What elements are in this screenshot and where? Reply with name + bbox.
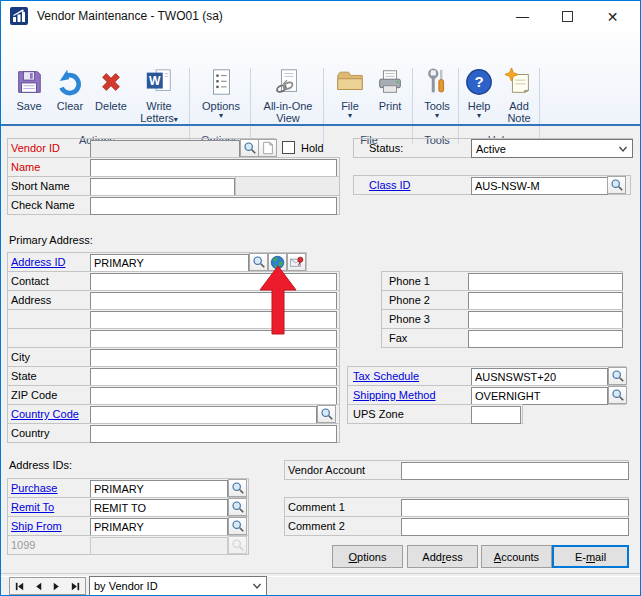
- previous-record-button[interactable]: [29, 578, 48, 594]
- dropdown-caret-icon: ▾: [219, 112, 223, 120]
- phone3-label: Phone 3: [389, 309, 430, 329]
- maximize-button[interactable]: [545, 1, 590, 32]
- last-record-button[interactable]: [66, 578, 85, 594]
- lookup-magnifier-icon: [611, 369, 625, 383]
- purchase-input[interactable]: [90, 480, 228, 498]
- window-title: Vendor Maintenance - TWO01 (sa): [37, 9, 223, 23]
- state-input[interactable]: [90, 368, 337, 386]
- dropdown-caret-icon: ▾: [477, 112, 481, 120]
- status-label: Status:: [369, 138, 403, 158]
- tax-schedule-lookup-button[interactable]: [608, 367, 627, 385]
- address-input-3[interactable]: [90, 330, 337, 348]
- all-in-one-view-button[interactable]: All-in-One View: [253, 67, 323, 124]
- clear-button[interactable]: Clear: [50, 67, 90, 112]
- first-record-button[interactable]: [10, 578, 29, 594]
- minimize-button[interactable]: —: [500, 1, 545, 32]
- ship-from-lookup-button[interactable]: [228, 517, 247, 535]
- class-id-lookup-button[interactable]: [607, 176, 626, 194]
- ribbon-separator: [189, 68, 190, 144]
- comment2-input[interactable]: [401, 518, 629, 536]
- address-id-link[interactable]: Address ID: [11, 252, 65, 272]
- shipping-method-input[interactable]: [471, 387, 608, 405]
- vendor-id-note-button[interactable]: [258, 139, 277, 157]
- record-navigation: [9, 577, 86, 595]
- zip-label: ZIP Code: [11, 385, 57, 405]
- country-code-input[interactable]: [90, 406, 317, 424]
- print-button[interactable]: Print: [370, 67, 410, 112]
- class-id-link[interactable]: Class ID: [369, 175, 411, 195]
- remit-to-input[interactable]: [90, 499, 228, 517]
- file-menu-button[interactable]: File ▾: [328, 67, 372, 120]
- vendor-id-label: Vendor ID: [11, 138, 60, 158]
- lookup-magnifier-icon: [231, 481, 245, 495]
- comment1-input[interactable]: [401, 499, 629, 517]
- fax-label: Fax: [389, 328, 407, 348]
- maximize-icon: [562, 11, 573, 22]
- address-map-button[interactable]: [287, 253, 306, 271]
- address-footer-button[interactable]: Address: [407, 545, 478, 568]
- phone2-input[interactable]: [468, 292, 623, 310]
- email-footer-button[interactable]: E-mail: [552, 545, 629, 568]
- tax-schedule-link[interactable]: Tax Schedule: [353, 366, 419, 386]
- address-input-2[interactable]: [90, 311, 337, 329]
- close-button[interactable]: ✕: [590, 1, 635, 32]
- shipping-method-lookup-button[interactable]: [608, 386, 627, 404]
- lookup-magnifier-icon: [231, 538, 245, 552]
- comment1-label: Comment 1: [288, 497, 345, 517]
- sort-by-dropdown[interactable]: by Vendor ID: [89, 576, 267, 596]
- delete-button[interactable]: Delete: [90, 67, 132, 112]
- help-menu-button[interactable]: ? Help ▾: [461, 67, 497, 120]
- svg-text:W: W: [149, 74, 161, 88]
- title-bar: Vendor Maintenance - TWO01 (sa) — ✕: [1, 1, 640, 32]
- options-menu-button[interactable]: Options ▾: [193, 67, 249, 120]
- vendor-account-input[interactable]: [401, 462, 629, 480]
- vendor-account-label: Vendor Account: [288, 460, 365, 480]
- write-letters-button[interactable]: W Write Letters▾: [132, 67, 186, 124]
- ship-from-link[interactable]: Ship From: [11, 516, 62, 536]
- shipping-method-link[interactable]: Shipping Method: [353, 385, 436, 405]
- address-input-1[interactable]: [90, 292, 337, 310]
- tools-menu-button[interactable]: Tools ▾: [415, 67, 459, 120]
- ups-zone-input[interactable]: [471, 406, 521, 424]
- note-icon: [261, 141, 275, 155]
- short-name-input[interactable]: [90, 178, 235, 196]
- contact-input[interactable]: [90, 273, 337, 291]
- phone3-input[interactable]: [468, 311, 623, 329]
- previous-record-icon: [33, 581, 44, 592]
- hold-checkbox[interactable]: [282, 141, 295, 154]
- check-name-input[interactable]: [90, 197, 337, 215]
- phone1-input[interactable]: [468, 273, 623, 291]
- address-id-lookup-button[interactable]: [249, 253, 268, 271]
- internet-information-button[interactable]: [268, 253, 287, 271]
- country-code-link[interactable]: Country Code: [11, 404, 79, 424]
- vendor-id-lookup-button[interactable]: [240, 139, 259, 157]
- add-note-icon: [504, 67, 534, 97]
- ribbon-separator: [250, 68, 251, 144]
- name-input[interactable]: [90, 159, 337, 177]
- fax-input[interactable]: [468, 330, 623, 348]
- accounts-footer-button[interactable]: Accounts: [481, 545, 552, 568]
- purchase-lookup-button[interactable]: [228, 479, 247, 497]
- internet-globe-icon: [270, 255, 285, 270]
- class-id-input[interactable]: [471, 177, 608, 195]
- sort-by-value: by Vendor ID: [94, 580, 158, 592]
- purchase-link[interactable]: Purchase: [11, 478, 57, 498]
- add-note-button[interactable]: Add Note: [499, 67, 539, 124]
- city-input[interactable]: [90, 349, 337, 367]
- save-button[interactable]: Save: [8, 67, 50, 112]
- country-input[interactable]: [90, 425, 337, 443]
- zip-input[interactable]: [90, 387, 337, 405]
- country-code-lookup-button[interactable]: [317, 405, 336, 423]
- hold-label: Hold: [301, 138, 324, 158]
- ship-from-input[interactable]: [90, 518, 228, 536]
- lookup-magnifier-icon: [231, 500, 245, 514]
- tax-schedule-input[interactable]: [471, 368, 608, 386]
- options-footer-button[interactable]: Options: [332, 545, 403, 568]
- remit-to-link[interactable]: Remit To: [11, 497, 54, 517]
- tools-icon: [422, 67, 452, 97]
- remit-to-lookup-button[interactable]: [228, 498, 247, 516]
- vendor-id-input[interactable]: [90, 140, 240, 158]
- next-record-button[interactable]: [48, 578, 67, 594]
- address-id-input[interactable]: [90, 254, 249, 272]
- status-dropdown[interactable]: Active: [471, 139, 633, 158]
